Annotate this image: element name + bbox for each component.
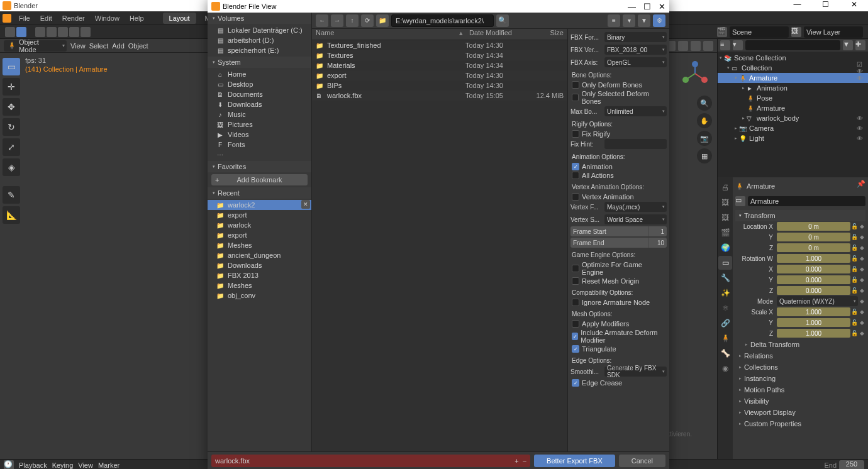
close-button[interactable]: ✕	[840, 0, 868, 11]
zoom-icon[interactable]: 🔍	[697, 96, 712, 111]
property-section[interactable]: Relations	[735, 350, 865, 361]
outliner-row[interactable]: 🧍Pose	[718, 93, 868, 103]
system-item[interactable]: FFonts	[208, 140, 311, 150]
menu-view[interactable]: View	[70, 42, 86, 50]
move-tool-icon[interactable]: ✥	[3, 98, 20, 116]
nav-newfolder-button[interactable]: 📁	[376, 14, 389, 27]
prop-tab-particle-icon[interactable]: ✨	[718, 286, 732, 300]
snap2-icon[interactable]	[47, 27, 57, 37]
recent-clear-button[interactable]: ✕	[301, 200, 310, 209]
prop-tab-viewlayer-icon[interactable]: 🖼	[718, 211, 732, 224]
pin-icon[interactable]: 📌	[857, 180, 865, 188]
expand-icon[interactable]: ▾	[733, 75, 739, 80]
object-name-field[interactable]: Armature	[748, 196, 865, 206]
option-checkbox[interactable]: Ignore Armature Node	[570, 298, 667, 307]
outliner-row[interactable]: ▾▭Collection☑ 👁	[718, 63, 868, 73]
maximize-button[interactable]: ☐	[811, 0, 840, 11]
recent-item[interactable]: 📁warlock	[208, 220, 311, 230]
sort-button[interactable]: ▾	[623, 14, 635, 27]
nav-forward-button[interactable]: →	[331, 14, 343, 27]
expand-icon[interactable]: ▾	[725, 65, 732, 70]
property-section[interactable]: Instancing	[735, 373, 865, 384]
viewlayer-icon[interactable]: 🖼	[791, 27, 801, 37]
file-row[interactable]: 📁TexturesToday 14:34	[312, 50, 567, 60]
outliner-new-icon[interactable]: ✚	[855, 40, 865, 50]
property-value[interactable]: 0 m	[777, 233, 850, 241]
viewlayer-selector[interactable]: View Layer	[804, 26, 863, 38]
menu-add[interactable]: Add	[112, 42, 125, 50]
mode-dropdown[interactable]: Quaternion (WXYZ)	[777, 296, 858, 306]
timeline-keying[interactable]: Keying	[52, 461, 74, 469]
filename-minus-button[interactable]: −	[523, 457, 526, 465]
pan-icon[interactable]: ✋	[697, 113, 712, 128]
snap4-icon[interactable]	[69, 27, 79, 37]
menu-select[interactable]: Select	[89, 42, 109, 50]
system-item[interactable]: ⌂Home	[208, 69, 311, 79]
lock-icon[interactable]: 🔓	[850, 234, 858, 240]
prop-tab-world-icon[interactable]: 🌍	[718, 241, 732, 255]
display-mode-button[interactable]: ≡	[608, 14, 620, 27]
data-icon[interactable]: ▭	[735, 196, 745, 206]
option-dropdown[interactable]: World Space	[604, 214, 667, 224]
property-value[interactable]: 0.000	[777, 275, 850, 284]
column-size[interactable]: Size	[526, 29, 564, 40]
property-value[interactable]: 0.000	[777, 286, 850, 295]
scene-selector[interactable]: Scene	[730, 26, 789, 38]
snap-icon[interactable]	[35, 27, 45, 37]
option-number[interactable]: Frame Start1	[570, 226, 667, 236]
menu-file[interactable]: File	[14, 11, 35, 25]
animate-icon[interactable]: ◆	[858, 245, 865, 251]
system-item[interactable]: ♪Music	[208, 109, 311, 119]
lock-icon[interactable]: 🔓	[850, 309, 858, 315]
outliner-row[interactable]: ▾📚Scene Collection	[718, 53, 868, 63]
lock-icon[interactable]: 🔓	[850, 255, 858, 262]
recent-item[interactable]: 📁FBX 2013	[208, 270, 311, 280]
prop-tab-object-icon[interactable]: ▭	[718, 256, 732, 270]
dialog-minimize-button[interactable]: —	[628, 2, 636, 11]
lock-icon[interactable]: 🔓	[850, 330, 858, 336]
lock-icon[interactable]: 🔓	[850, 223, 858, 229]
option-checkbox[interactable]: ✓Triangulate	[570, 345, 667, 353]
shading-rendered-icon[interactable]	[703, 41, 713, 51]
volumes-section[interactable]: Volumes	[208, 13, 311, 24]
nav-back-button[interactable]: ←	[316, 14, 328, 27]
transform-section[interactable]: Transform	[735, 210, 865, 221]
outliner-mode-icon[interactable]: ▾	[733, 40, 743, 50]
property-section[interactable]: Custom Properties	[735, 418, 865, 429]
property-section[interactable]: Viewport Display	[735, 407, 865, 418]
animate-icon[interactable]: ◆	[858, 277, 865, 283]
option-dropdown[interactable]: Binary	[604, 32, 667, 42]
add-bookmark-button[interactable]: Add Bookmark	[211, 174, 308, 185]
option-checkbox[interactable]: Reset Mesh Origin	[570, 277, 667, 285]
select-mode-icon[interactable]	[16, 27, 26, 37]
outliner-row[interactable]: ▸📷Camera👁	[718, 123, 868, 133]
recent-item[interactable]: 📁export	[208, 210, 311, 220]
transform-tool-icon[interactable]: ◈	[3, 158, 20, 176]
property-value[interactable]: 0 m	[777, 243, 850, 252]
animate-icon[interactable]: ◆	[858, 319, 865, 326]
cursor-icon[interactable]	[5, 27, 15, 37]
filter-button[interactable]: ▼	[638, 14, 650, 27]
animate-icon[interactable]: ◆	[858, 266, 865, 272]
system-item[interactable]: 🗎Documents	[208, 89, 311, 99]
visibility-icon[interactable]: 👁	[857, 75, 865, 82]
animate-icon[interactable]: ◆	[858, 309, 865, 315]
outliner-row[interactable]: ▸▽warlock_body👁	[718, 113, 868, 123]
outliner-search[interactable]	[745, 40, 840, 50]
outliner-display-icon[interactable]: ≡	[720, 40, 730, 50]
property-value[interactable]: 1.000	[777, 307, 850, 316]
system-section[interactable]: System	[208, 57, 311, 68]
recent-section[interactable]: Recent	[208, 187, 311, 199]
recent-item[interactable]: 📁Downloads	[208, 260, 311, 270]
option-checkbox[interactable]: ✓Edge Crease	[570, 378, 667, 387]
timeline-view[interactable]: View	[78, 461, 93, 469]
lock-icon[interactable]: 🔓	[850, 287, 858, 294]
prop-tab-output-icon[interactable]: 🖼	[718, 196, 732, 209]
animate-icon[interactable]: ◆	[858, 223, 865, 229]
nav-refresh-button[interactable]: ⟳	[361, 14, 374, 27]
snap3-icon[interactable]	[58, 27, 68, 37]
mode-selector[interactable]: 🧍 Object Mode	[4, 40, 67, 52]
menu-window[interactable]: Window	[90, 11, 125, 25]
property-section[interactable]: Visibility	[735, 395, 865, 407]
lock-icon[interactable]: 🔓	[850, 319, 858, 326]
